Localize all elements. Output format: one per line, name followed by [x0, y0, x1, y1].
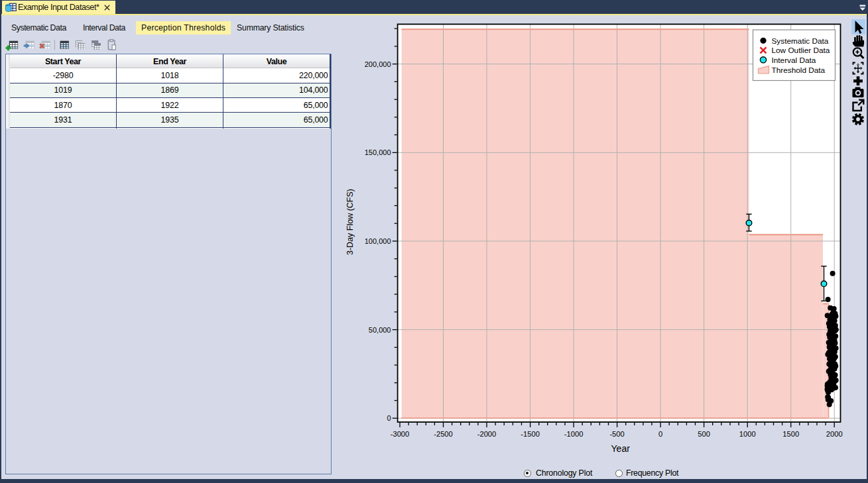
svg-text:500: 500 [698, 430, 710, 438]
svg-text:-2500: -2500 [434, 430, 453, 438]
svg-text:Year: Year [611, 443, 631, 454]
svg-text:2000: 2000 [826, 430, 843, 438]
svg-text:Interval Data: Interval Data [772, 56, 816, 65]
svg-text:-3000: -3000 [391, 430, 410, 438]
svg-text:Low Outlier Data: Low Outlier Data [772, 46, 830, 55]
svg-text:-1500: -1500 [521, 430, 540, 438]
svg-text:1000: 1000 [739, 430, 756, 438]
svg-text:0: 0 [387, 414, 391, 422]
svg-text:Systematic Data: Systematic Data [772, 36, 829, 46]
svg-text:3-Day Flow (CFS): 3-Day Flow (CFS) [345, 189, 355, 255]
svg-text:150,000: 150,000 [365, 148, 391, 156]
svg-text:1500: 1500 [782, 430, 799, 438]
svg-text:200,000: 200,000 [365, 60, 391, 68]
svg-text:-1000: -1000 [564, 430, 584, 438]
svg-text:50,000: 50,000 [369, 326, 391, 334]
svg-text:100,000: 100,000 [365, 237, 391, 245]
svg-text:0: 0 [658, 430, 662, 438]
svg-text:Threshold Data: Threshold Data [772, 66, 826, 75]
svg-text:-2000: -2000 [477, 430, 497, 438]
svg-text:-500: -500 [609, 430, 624, 438]
